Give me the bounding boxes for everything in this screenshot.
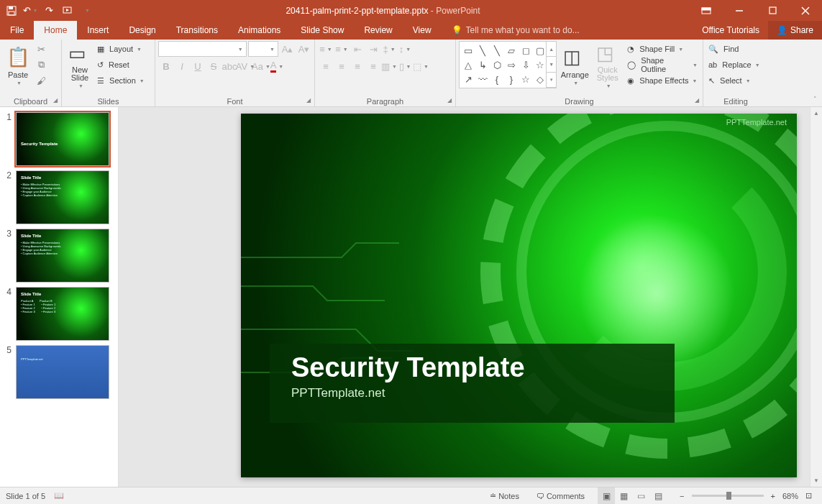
underline-button[interactable]: U [190, 58, 206, 74]
cut-button[interactable]: ✂ [33, 41, 49, 57]
tab-design[interactable]: Design [119, 21, 165, 40]
section-button[interactable]: ☰ Section▼ [95, 73, 147, 88]
text-direction-button[interactable]: ↕▼ [397, 41, 413, 57]
font-family-combo[interactable]: ▼ [158, 41, 247, 57]
increase-indent-button[interactable]: ⇥ [365, 41, 381, 57]
comments-button[interactable]: 🗨 Comments [532, 487, 589, 505]
find-button[interactable]: 🔍 Find [706, 41, 765, 57]
decrease-indent-button[interactable]: ⇤ [350, 41, 365, 57]
justify-button[interactable]: ≡ [365, 58, 381, 74]
slideshow-view-button[interactable]: ▤ [649, 487, 667, 505]
bold-button[interactable]: B [158, 58, 174, 74]
font-dialog-launcher[interactable]: ◢ [303, 96, 313, 105]
reading-view-button[interactable]: ▭ [632, 487, 649, 505]
align-right-button[interactable]: ≡ [350, 58, 365, 74]
smartart-button[interactable]: ⬚▼ [413, 58, 429, 74]
columns-button[interactable]: ▥▼ [381, 58, 397, 74]
thumbnail-preview[interactable]: Slide Title• Make Effective Presentation… [16, 229, 109, 283]
copy-button[interactable]: ⧉ [33, 57, 49, 73]
reset-button[interactable]: ↺ Reset [95, 57, 147, 73]
strike-button[interactable]: S [206, 58, 222, 74]
paste-button[interactable]: 📋 Paste▼ [3, 41, 33, 90]
office-tutorials-link[interactable]: Office Tutorials [693, 21, 768, 40]
tab-insert[interactable]: Insert [77, 21, 119, 40]
thumbnail-preview[interactable]: Slide Title• Make Effective Presentation… [16, 170, 109, 224]
tell-me-input[interactable] [466, 25, 588, 35]
slide-thumbnails-panel[interactable]: 1Security Template2Slide Title• Make Eff… [0, 107, 119, 487]
shape-effects-button[interactable]: ◉ Shape Effects▼ [625, 73, 700, 88]
thumbnail-preview[interactable]: Security Template [16, 112, 109, 166]
undo-button[interactable]: ↶▼ [22, 2, 39, 19]
bullets-button[interactable]: ≡▼ [318, 41, 334, 57]
clipboard-dialog-launcher[interactable]: ◢ [50, 96, 60, 105]
spellcheck-icon[interactable]: 📖 [54, 491, 64, 500]
tab-transitions[interactable]: Transitions [166, 21, 228, 40]
replace-button[interactable]: ab Replace▼ [706, 57, 765, 73]
tab-home[interactable]: Home [34, 21, 77, 40]
align-left-button[interactable]: ≡ [318, 58, 334, 74]
align-text-button[interactable]: ▯▼ [397, 58, 413, 74]
notes-button[interactable]: ≐ Notes [485, 487, 524, 505]
select-button[interactable]: ↖ Select▼ [706, 73, 765, 88]
quick-styles-button[interactable]: ◳ Quick Styles▼ [593, 41, 622, 90]
save-button[interactable] [3, 2, 20, 19]
font-color-button[interactable]: A▼ [269, 58, 285, 74]
fit-to-window-button[interactable]: ⊡ [801, 487, 816, 505]
thumbnail-item[interactable]: 3Slide Title• Make Effective Presentatio… [0, 226, 118, 285]
zoom-level[interactable]: 68% [782, 492, 798, 500]
zoom-handle[interactable] [726, 492, 731, 500]
tab-slideshow[interactable]: Slide Show [291, 21, 354, 40]
shrink-font-button[interactable]: A▾ [296, 41, 311, 57]
gallery-scroll[interactable]: ▲▼▾ [546, 42, 556, 88]
char-spacing-button[interactable]: AV▼ [237, 58, 253, 74]
minimize-button[interactable] [723, 0, 756, 21]
zoom-in-button[interactable]: + [767, 487, 780, 505]
paragraph-dialog-launcher[interactable]: ◢ [444, 96, 454, 105]
normal-view-button[interactable]: ▣ [598, 487, 615, 505]
numbering-button[interactable]: ≡▼ [334, 41, 350, 57]
slide-canvas[interactable]: PPTTemplate.net Security Template PPTTem… [241, 114, 797, 477]
format-painter-button[interactable]: 🖌 [33, 73, 49, 88]
line-spacing-button[interactable]: ‡▼ [381, 41, 397, 57]
sorter-view-button[interactable]: ▦ [615, 487, 632, 505]
ribbon-options-button[interactable] [690, 0, 723, 21]
align-center-button[interactable]: ≡ [334, 58, 350, 74]
tab-view[interactable]: View [403, 21, 442, 40]
new-slide-button[interactable]: ▭ New Slide▼ [65, 41, 95, 90]
zoom-slider[interactable] [692, 495, 764, 497]
zoom-out-button[interactable]: − [675, 487, 688, 505]
slide-editor[interactable]: PPTTemplate.net Security Template PPTTem… [119, 107, 810, 487]
qat-customize-button[interactable]: ▼ [78, 2, 95, 19]
close-button[interactable] [789, 0, 822, 21]
share-button[interactable]: 👤Share [768, 21, 822, 40]
thumbnail-preview[interactable]: Slide TitleProduct A Product B • Feature… [16, 287, 109, 341]
thumbnail-item[interactable]: 1Security Template [0, 110, 118, 168]
thumbnail-item[interactable]: 5PPTTemplate.net [0, 343, 118, 401]
layout-button[interactable]: ▦ Layout▼ [95, 41, 147, 57]
change-case-button[interactable]: Aa▼ [253, 58, 269, 74]
font-size-combo[interactable]: ▼ [248, 41, 278, 57]
collapse-ribbon-button[interactable]: ˄ [809, 93, 821, 105]
vertical-scrollbar[interactable]: ▲ ▼ [810, 107, 822, 487]
tab-review[interactable]: Review [354, 21, 402, 40]
scroll-up-button[interactable]: ▲ [810, 107, 822, 119]
shape-fill-button[interactable]: ◔ Shape Fill▼ [625, 41, 700, 57]
arrange-button[interactable]: ◫ Arrange▼ [560, 41, 590, 90]
slide-counter[interactable]: Slide 1 of 5 [6, 492, 45, 500]
thumbnail-preview[interactable]: PPTTemplate.net [16, 345, 109, 399]
tell-me-search[interactable]: 💡 [442, 21, 598, 40]
start-from-beginning-button[interactable] [59, 2, 76, 19]
shapes-gallery[interactable]: ▭╲╲▱◻▢ △↳⬡⇨⇩☆ ↗〰{}☆◇ ▲▼▾ [459, 41, 557, 88]
thumbnail-item[interactable]: 2Slide Title• Make Effective Presentatio… [0, 168, 118, 226]
redo-button[interactable]: ↷ [40, 2, 58, 19]
tab-animations[interactable]: Animations [228, 21, 291, 40]
shape-outline-button[interactable]: ◯ Shape Outline▼ [625, 57, 700, 73]
shadow-button[interactable]: abc [222, 58, 237, 74]
title-box[interactable]: Security Template PPTTemplate.net [270, 344, 675, 423]
italic-button[interactable]: I [174, 58, 190, 74]
tab-file[interactable]: File [0, 21, 34, 40]
maximize-button[interactable] [756, 0, 789, 21]
scroll-down-button[interactable]: ▼ [810, 475, 822, 487]
grow-font-button[interactable]: A▴ [280, 41, 295, 57]
drawing-dialog-launcher[interactable]: ◢ [692, 96, 701, 105]
